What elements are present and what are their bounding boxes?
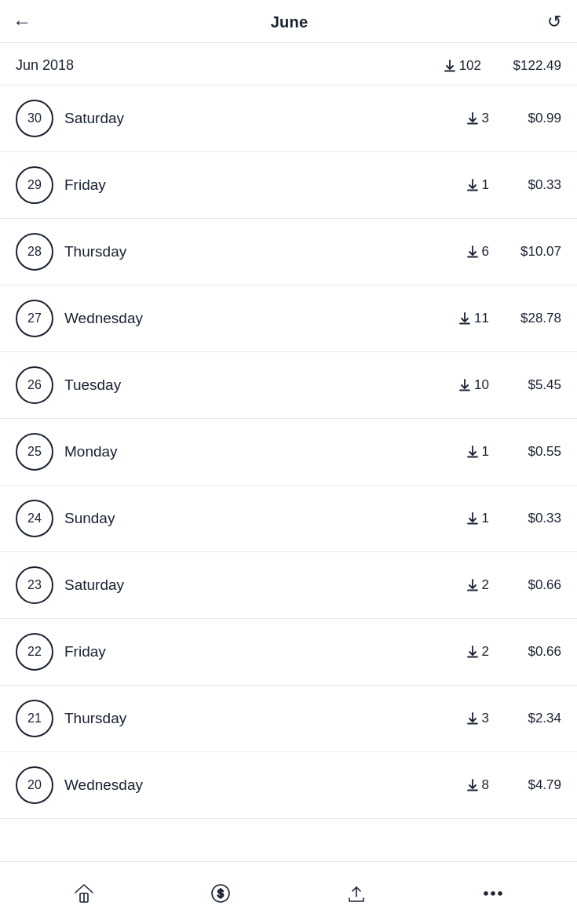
day-revenue: $28.78 <box>498 311 561 326</box>
day-revenue: $0.66 <box>498 644 561 660</box>
day-circle: 21 <box>16 700 53 737</box>
day-download-count: 1 <box>482 444 489 460</box>
upload-icon <box>345 882 368 905</box>
day-row[interactable]: 22 Friday 2 $0.66 <box>0 619 577 686</box>
summary-revenue: $122.49 <box>491 58 561 74</box>
day-downloads: 1 <box>444 444 498 460</box>
svg-point-30 <box>491 892 495 895</box>
day-circle: 24 <box>16 500 53 537</box>
nav-upload[interactable] <box>289 882 425 905</box>
day-download-count: 8 <box>482 777 489 793</box>
summary-download-count: 102 <box>459 58 481 74</box>
day-download-count: 2 <box>482 577 489 593</box>
day-downloads: 11 <box>444 311 498 326</box>
days-list: 30 Saturday 3 $0.99 29 Friday <box>0 85 577 819</box>
day-download-count: 3 <box>482 111 489 126</box>
day-revenue: $5.45 <box>498 377 561 393</box>
day-revenue: $0.33 <box>498 511 561 526</box>
day-download-count: 10 <box>474 377 489 393</box>
day-row[interactable]: 25 Monday 1 $0.55 <box>0 419 577 486</box>
more-icon <box>481 882 505 905</box>
day-revenue: $4.79 <box>498 777 561 793</box>
day-downloads: 3 <box>444 711 498 726</box>
download-icon <box>466 712 479 725</box>
day-download-count: 1 <box>482 511 489 526</box>
day-downloads: 2 <box>444 577 498 593</box>
day-downloads: 1 <box>444 177 498 193</box>
day-downloads: 1 <box>444 511 498 526</box>
home-icon <box>72 882 96 905</box>
svg-point-31 <box>498 892 502 895</box>
day-row[interactable]: 20 Wednesday 8 $4.79 <box>0 752 577 819</box>
day-name: Friday <box>64 643 444 660</box>
day-row[interactable]: 21 Thursday 3 $2.34 <box>0 686 577 752</box>
day-name: Sunday <box>64 510 444 527</box>
day-name: Thursday <box>64 243 444 260</box>
day-download-count: 2 <box>482 644 489 660</box>
svg-point-29 <box>484 892 488 895</box>
download-icon <box>444 60 456 72</box>
day-circle: 26 <box>16 366 53 404</box>
download-icon <box>466 646 479 658</box>
day-circle: 27 <box>16 300 53 337</box>
day-revenue: $0.55 <box>498 444 561 460</box>
day-name: Saturday <box>64 577 444 594</box>
day-name: Monday <box>64 443 444 460</box>
day-downloads: 6 <box>444 244 498 260</box>
download-icon <box>466 512 479 525</box>
day-name: Friday <box>64 176 444 194</box>
day-name: Tuesday <box>64 377 444 394</box>
download-icon <box>458 379 471 391</box>
day-download-count: 1 <box>482 177 489 193</box>
day-downloads: 3 <box>444 111 498 126</box>
day-circle: 23 <box>16 566 53 604</box>
svg-text:$: $ <box>217 887 224 900</box>
nav-more[interactable] <box>425 882 561 905</box>
bottom-nav: $ <box>0 861 577 924</box>
dollar-circle-icon: $ <box>209 882 232 905</box>
day-downloads: 8 <box>444 777 498 793</box>
day-row[interactable]: 30 Saturday 3 $0.99 <box>0 85 577 152</box>
nav-home[interactable] <box>16 882 152 905</box>
summary-downloads: 102 <box>428 58 491 74</box>
day-circle: 20 <box>16 766 53 804</box>
back-button[interactable]: ← <box>13 11 31 33</box>
day-download-count: 11 <box>474 311 489 326</box>
download-icon <box>466 779 479 791</box>
download-icon <box>466 446 479 458</box>
day-circle: 22 <box>16 633 53 671</box>
content-area: Jun 2018 102 $122.49 30 Saturday <box>0 43 577 889</box>
day-circle: 29 <box>16 166 53 204</box>
day-row[interactable]: 28 Thursday 6 $10.07 <box>0 219 577 286</box>
day-revenue: $10.07 <box>498 244 561 260</box>
download-icon <box>466 246 479 258</box>
page-title: June <box>271 13 308 31</box>
day-name: Thursday <box>64 710 444 727</box>
day-revenue: $0.66 <box>498 577 561 593</box>
day-downloads: 10 <box>444 377 498 393</box>
day-row[interactable]: 29 Friday 1 $0.33 <box>0 152 577 219</box>
day-row[interactable]: 24 Sunday 1 $0.33 <box>0 486 577 552</box>
day-circle: 30 <box>16 100 53 137</box>
download-icon <box>466 579 479 591</box>
summary-row: Jun 2018 102 $122.49 <box>0 43 577 85</box>
header: ← June ↺ <box>0 0 577 43</box>
day-circle: 28 <box>16 233 53 271</box>
summary-label: Jun 2018 <box>16 57 428 74</box>
day-downloads: 2 <box>444 644 498 660</box>
day-revenue: $0.33 <box>498 177 561 193</box>
day-circle: 25 <box>16 433 53 471</box>
download-icon <box>466 112 479 125</box>
day-row[interactable]: 27 Wednesday 11 $28.78 <box>0 286 577 352</box>
day-row[interactable]: 23 Saturday 2 $0.66 <box>0 552 577 619</box>
day-download-count: 3 <box>482 711 489 726</box>
day-name: Wednesday <box>64 777 444 794</box>
refresh-button[interactable]: ↺ <box>547 12 561 32</box>
nav-sales[interactable]: $ <box>152 882 289 905</box>
day-name: Saturday <box>64 110 444 127</box>
day-download-count: 6 <box>482 244 489 260</box>
day-row[interactable]: 26 Tuesday 10 $5.45 <box>0 352 577 419</box>
day-name: Wednesday <box>64 310 444 327</box>
download-icon <box>458 312 471 325</box>
day-revenue: $2.34 <box>498 711 561 726</box>
